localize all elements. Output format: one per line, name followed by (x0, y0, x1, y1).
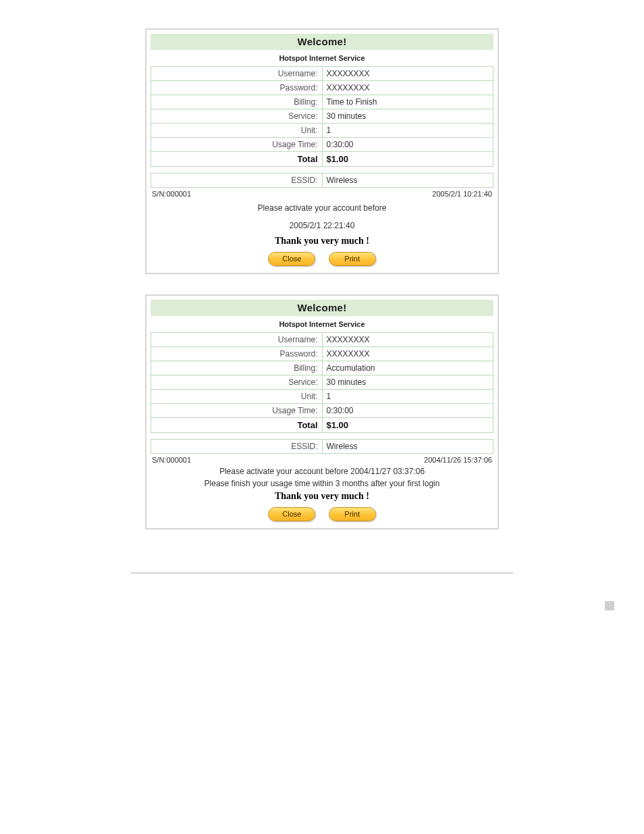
unit-label: Unit: (151, 390, 323, 404)
serial-number: S/N:000001 (152, 456, 191, 464)
details-table: Username: XXXXXXXX Password: XXXXXXXX Bi… (151, 332, 493, 454)
row-unit: Unit: 1 (151, 390, 493, 404)
password-label: Password: (151, 81, 323, 95)
row-usage-time: Usage Time: 0:30:00 (151, 138, 493, 152)
activate-message: Please activate your account before (151, 199, 493, 217)
usage-time-label: Usage Time: (151, 138, 323, 152)
service-subtitle: Hotspot Internet Service (151, 50, 493, 66)
thanks-message: Thank you very much ! (151, 490, 493, 506)
welcome-banner: Welcome! (151, 300, 493, 316)
scrollbar-mark (605, 601, 614, 610)
row-total: Total $1.00 (151, 152, 493, 167)
service-label: Service: (151, 109, 323, 124)
password-value: XXXXXXXX (322, 347, 493, 361)
billing-value: Time to Finish (322, 95, 493, 109)
total-value: $1.00 (322, 418, 493, 433)
spacer-row (151, 433, 493, 440)
generated-timestamp: 2004/11/26 15:37:06 (424, 456, 492, 464)
total-label: Total (151, 418, 323, 433)
serial-number: S/N:000001 (152, 190, 191, 198)
username-label: Username: (151, 67, 323, 81)
essid-label: ESSID: (151, 174, 323, 188)
row-unit: Unit: 1 (151, 124, 493, 138)
close-button[interactable]: Close (268, 507, 315, 521)
activate-deadline: 2005/2/1 22:21:40 (151, 217, 493, 234)
thanks-message: Thank you very much ! (151, 234, 493, 251)
password-value: XXXXXXXX (322, 81, 493, 95)
unit-value: 1 (322, 124, 493, 138)
usage-time-label: Usage Time: (151, 404, 323, 418)
row-usage-time: Usage Time: 0:30:00 (151, 404, 493, 418)
unit-label: Unit: (151, 124, 323, 138)
row-total: Total $1.00 (151, 418, 493, 433)
service-value: 30 minutes (322, 375, 493, 390)
usage-time-value: 0:30:00 (322, 138, 493, 152)
essid-label: ESSID: (151, 440, 323, 454)
activate-message: Please activate your account before 2004… (151, 465, 493, 477)
ticket-card-2: Welcome! Hotspot Internet Service Userna… (145, 294, 499, 529)
service-label: Service: (151, 375, 323, 390)
billing-label: Billing: (151, 361, 323, 375)
billing-value: Accumulation (322, 361, 493, 375)
essid-value: Wireless (322, 440, 493, 454)
row-username: Username: XXXXXXXX (151, 67, 493, 81)
username-value: XXXXXXXX (322, 333, 493, 347)
print-button[interactable]: Print (329, 507, 376, 521)
close-button[interactable]: Close (268, 252, 315, 266)
service-subtitle: Hotspot Internet Service (151, 316, 493, 332)
row-service: Service: 30 minutes (151, 375, 493, 390)
button-row: Close Print (151, 251, 493, 269)
row-essid: ESSID: Wireless (151, 440, 493, 454)
finish-message: Please finish your usage time within 3 m… (151, 477, 493, 490)
total-label: Total (151, 152, 323, 167)
unit-value: 1 (322, 390, 493, 404)
row-username: Username: XXXXXXXX (151, 333, 493, 347)
print-button[interactable]: Print (329, 252, 376, 266)
essid-value: Wireless (322, 174, 493, 188)
meta-row: S/N:000001 2005/2/1 10:21:40 (151, 188, 493, 199)
details-table: Username: XXXXXXXX Password: XXXXXXXX Bi… (151, 66, 493, 188)
ticket-card-1: Welcome! Hotspot Internet Service Userna… (145, 28, 499, 274)
generated-timestamp: 2005/2/1 10:21:40 (432, 190, 492, 198)
total-value: $1.00 (322, 152, 493, 167)
welcome-banner: Welcome! (151, 34, 493, 50)
billing-label: Billing: (151, 95, 323, 109)
row-password: Password: XXXXXXXX (151, 347, 493, 361)
usage-time-value: 0:30:00 (322, 404, 493, 418)
service-value: 30 minutes (322, 109, 493, 124)
row-billing: Billing: Accumulation (151, 361, 493, 375)
row-billing: Billing: Time to Finish (151, 95, 493, 109)
username-value: XXXXXXXX (322, 67, 493, 81)
meta-row: S/N:000001 2004/11/26 15:37:06 (151, 454, 493, 465)
horizontal-rule (131, 573, 513, 573)
spacer-row (151, 167, 493, 174)
row-essid: ESSID: Wireless (151, 174, 493, 188)
row-password: Password: XXXXXXXX (151, 81, 493, 95)
button-row: Close Print (151, 506, 493, 524)
username-label: Username: (151, 333, 323, 347)
row-service: Service: 30 minutes (151, 109, 493, 124)
password-label: Password: (151, 347, 323, 361)
